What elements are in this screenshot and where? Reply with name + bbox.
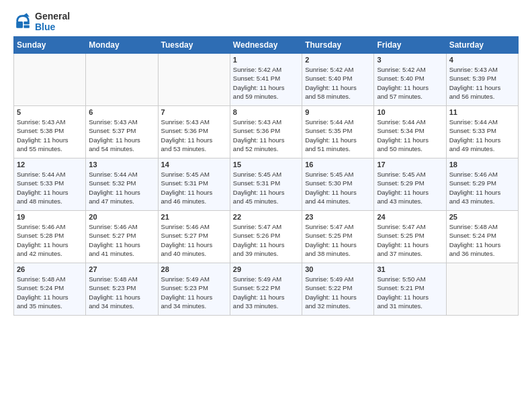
day-number: 15	[233, 161, 299, 169]
calendar-cell: 3Sunrise: 5:42 AM Sunset: 5:40 PM Daylig…	[374, 54, 446, 106]
calendar-cell: 1Sunrise: 5:42 AM Sunset: 5:41 PM Daylig…	[230, 54, 302, 106]
calendar-cell	[86, 54, 158, 106]
week-row-2: 5Sunrise: 5:43 AM Sunset: 5:38 PM Daylig…	[14, 106, 519, 158]
day-info: Sunrise: 5:49 AM Sunset: 5:22 PM Dayligh…	[305, 275, 371, 310]
day-header-friday: Friday	[374, 37, 446, 54]
day-info: Sunrise: 5:44 AM Sunset: 5:34 PM Dayligh…	[377, 118, 443, 153]
day-info: Sunrise: 5:44 AM Sunset: 5:33 PM Dayligh…	[17, 170, 83, 205]
day-info: Sunrise: 5:44 AM Sunset: 5:32 PM Dayligh…	[89, 170, 154, 205]
day-number: 22	[233, 213, 299, 221]
day-number: 19	[17, 213, 83, 221]
day-info: Sunrise: 5:42 AM Sunset: 5:41 PM Dayligh…	[233, 65, 299, 101]
day-number: 9	[305, 108, 371, 116]
day-header-sunday: Sunday	[14, 37, 86, 54]
day-number: 23	[305, 213, 371, 221]
day-number: 20	[89, 213, 154, 221]
header-row: SundayMondayTuesdayWednesdayThursdayFrid…	[14, 37, 519, 54]
day-info: Sunrise: 5:46 AM Sunset: 5:27 PM Dayligh…	[161, 222, 227, 258]
day-number: 8	[233, 108, 299, 116]
logo: General Blue	[13, 11, 70, 32]
day-number: 29	[233, 265, 299, 273]
calendar-cell: 16Sunrise: 5:45 AM Sunset: 5:30 PM Dayli…	[302, 158, 374, 211]
day-info: Sunrise: 5:45 AM Sunset: 5:30 PM Dayligh…	[305, 170, 371, 205]
calendar-cell: 30Sunrise: 5:49 AM Sunset: 5:22 PM Dayli…	[302, 263, 374, 316]
day-number: 7	[161, 108, 227, 116]
calendar-cell: 25Sunrise: 5:48 AM Sunset: 5:24 PM Dayli…	[446, 211, 518, 263]
day-number: 26	[17, 265, 83, 273]
day-header-saturday: Saturday	[446, 37, 518, 54]
day-number: 24	[377, 213, 443, 221]
calendar-cell: 12Sunrise: 5:44 AM Sunset: 5:33 PM Dayli…	[14, 158, 86, 211]
week-row-1: 1Sunrise: 5:42 AM Sunset: 5:41 PM Daylig…	[14, 54, 519, 106]
day-number: 28	[161, 265, 227, 273]
svg-rect-0	[16, 21, 23, 28]
day-number: 27	[89, 265, 154, 273]
day-number: 2	[305, 56, 371, 64]
day-number: 1	[233, 56, 299, 64]
day-number: 31	[377, 265, 443, 273]
day-number: 13	[89, 161, 154, 169]
calendar-cell: 26Sunrise: 5:48 AM Sunset: 5:24 PM Dayli…	[14, 263, 86, 316]
day-number: 17	[377, 161, 443, 169]
svg-rect-2	[24, 26, 29, 28]
week-row-3: 12Sunrise: 5:44 AM Sunset: 5:33 PM Dayli…	[14, 158, 519, 211]
day-number: 10	[377, 108, 443, 116]
day-number: 21	[161, 213, 227, 221]
calendar-cell: 29Sunrise: 5:49 AM Sunset: 5:22 PM Dayli…	[230, 263, 302, 316]
calendar-cell: 7Sunrise: 5:43 AM Sunset: 5:36 PM Daylig…	[158, 106, 230, 158]
calendar-cell: 13Sunrise: 5:44 AM Sunset: 5:32 PM Dayli…	[86, 158, 158, 211]
calendar-cell: 24Sunrise: 5:47 AM Sunset: 5:25 PM Dayli…	[374, 211, 446, 263]
calendar-cell: 31Sunrise: 5:50 AM Sunset: 5:21 PM Dayli…	[374, 263, 446, 316]
svg-rect-1	[24, 21, 29, 24]
day-info: Sunrise: 5:45 AM Sunset: 5:31 PM Dayligh…	[161, 170, 227, 205]
day-info: Sunrise: 5:43 AM Sunset: 5:37 PM Dayligh…	[89, 118, 154, 153]
calendar-cell: 18Sunrise: 5:46 AM Sunset: 5:29 PM Dayli…	[446, 158, 518, 211]
day-info: Sunrise: 5:44 AM Sunset: 5:33 PM Dayligh…	[449, 118, 515, 153]
day-number: 14	[161, 161, 227, 169]
day-info: Sunrise: 5:43 AM Sunset: 5:39 PM Dayligh…	[449, 65, 515, 101]
calendar-cell: 19Sunrise: 5:46 AM Sunset: 5:28 PM Dayli…	[14, 211, 86, 263]
calendar-cell: 23Sunrise: 5:47 AM Sunset: 5:25 PM Dayli…	[302, 211, 374, 263]
day-info: Sunrise: 5:44 AM Sunset: 5:35 PM Dayligh…	[305, 118, 371, 153]
day-number: 6	[89, 108, 154, 116]
calendar-cell: 14Sunrise: 5:45 AM Sunset: 5:31 PM Dayli…	[158, 158, 230, 211]
calendar-cell: 5Sunrise: 5:43 AM Sunset: 5:38 PM Daylig…	[14, 106, 86, 158]
calendar-cell	[14, 54, 86, 106]
day-info: Sunrise: 5:49 AM Sunset: 5:23 PM Dayligh…	[161, 275, 227, 310]
day-info: Sunrise: 5:43 AM Sunset: 5:36 PM Dayligh…	[233, 118, 299, 153]
calendar-cell: 17Sunrise: 5:45 AM Sunset: 5:29 PM Dayli…	[374, 158, 446, 211]
day-number: 18	[449, 161, 515, 169]
day-header-wednesday: Wednesday	[230, 37, 302, 54]
calendar-table: SundayMondayTuesdayWednesdayThursdayFrid…	[13, 36, 519, 316]
day-info: Sunrise: 5:49 AM Sunset: 5:22 PM Dayligh…	[233, 275, 299, 310]
day-info: Sunrise: 5:43 AM Sunset: 5:36 PM Dayligh…	[161, 118, 227, 153]
day-info: Sunrise: 5:47 AM Sunset: 5:26 PM Dayligh…	[233, 222, 299, 258]
calendar-cell	[446, 263, 518, 316]
day-header-thursday: Thursday	[302, 37, 374, 54]
day-info: Sunrise: 5:45 AM Sunset: 5:29 PM Dayligh…	[377, 170, 443, 205]
calendar-cell: 28Sunrise: 5:49 AM Sunset: 5:23 PM Dayli…	[158, 263, 230, 316]
day-info: Sunrise: 5:48 AM Sunset: 5:24 PM Dayligh…	[449, 222, 515, 258]
day-info: Sunrise: 5:46 AM Sunset: 5:29 PM Dayligh…	[449, 170, 515, 205]
header: General Blue	[13, 11, 519, 32]
page-container: General Blue SundayMondayTuesdayWednesda…	[0, 0, 532, 322]
calendar-cell: 11Sunrise: 5:44 AM Sunset: 5:33 PM Dayli…	[446, 106, 518, 158]
day-number: 4	[449, 56, 515, 64]
day-info: Sunrise: 5:46 AM Sunset: 5:28 PM Dayligh…	[17, 222, 83, 258]
calendar-cell: 8Sunrise: 5:43 AM Sunset: 5:36 PM Daylig…	[230, 106, 302, 158]
day-info: Sunrise: 5:45 AM Sunset: 5:31 PM Dayligh…	[233, 170, 299, 205]
calendar-cell: 6Sunrise: 5:43 AM Sunset: 5:37 PM Daylig…	[86, 106, 158, 158]
day-number: 5	[17, 108, 83, 116]
logo-icon	[13, 12, 32, 31]
day-number: 12	[17, 161, 83, 169]
calendar-cell: 22Sunrise: 5:47 AM Sunset: 5:26 PM Dayli…	[230, 211, 302, 263]
day-number: 3	[377, 56, 443, 64]
day-info: Sunrise: 5:46 AM Sunset: 5:27 PM Dayligh…	[89, 222, 154, 258]
calendar-cell: 2Sunrise: 5:42 AM Sunset: 5:40 PM Daylig…	[302, 54, 374, 106]
calendar-cell: 15Sunrise: 5:45 AM Sunset: 5:31 PM Dayli…	[230, 158, 302, 211]
calendar-cell: 27Sunrise: 5:48 AM Sunset: 5:23 PM Dayli…	[86, 263, 158, 316]
day-header-monday: Monday	[86, 37, 158, 54]
calendar-cell: 21Sunrise: 5:46 AM Sunset: 5:27 PM Dayli…	[158, 211, 230, 263]
calendar-cell: 10Sunrise: 5:44 AM Sunset: 5:34 PM Dayli…	[374, 106, 446, 158]
day-number: 16	[305, 161, 371, 169]
